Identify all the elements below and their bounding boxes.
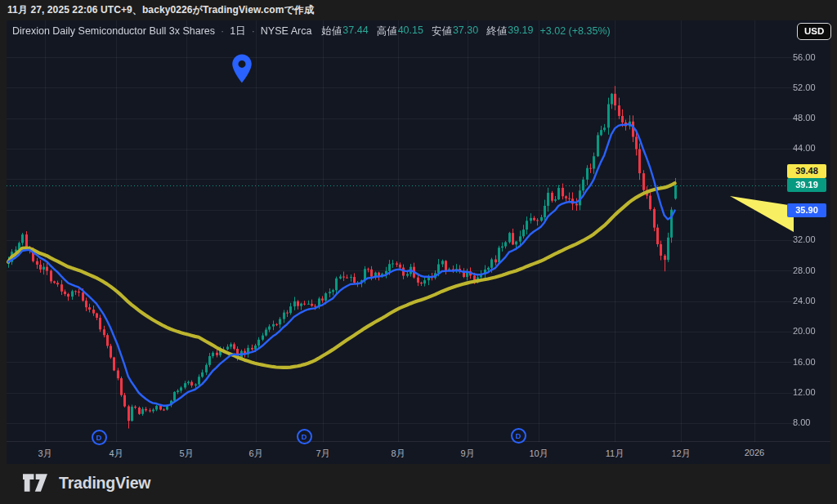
time-axis-label: 3月 [25, 448, 65, 460]
price-axis-label: 20.00 [793, 325, 834, 337]
ohlc-label: 始値 [321, 25, 342, 38]
price-axis-label: 28.00 [793, 265, 834, 277]
currency-toggle-button[interactable]: USD [797, 23, 831, 40]
ohlc-value: 40.15 [398, 25, 423, 38]
attribution-text: 11月 27, 2025 22:06 UTC+9、backy0226がTradi… [7, 3, 314, 17]
ohlc-value: 37.30 [453, 25, 478, 38]
chart-widget: Direxion Daily Semiconductor Bull 3x Sha… [7, 20, 830, 464]
price-axis-label: 32.00 [793, 234, 834, 246]
time-axis-label: 8月 [378, 448, 418, 460]
tradingview-snapshot: 11月 27, 2025 22:06 UTC+9、backy0226がTradi… [0, 0, 837, 504]
time-axis-label: 9月 [448, 448, 487, 460]
price-axis-label: 16.00 [793, 356, 834, 368]
price-axis-label: 24.00 [793, 295, 834, 307]
last-price-badge: 39.19 [787, 178, 826, 192]
chart-legend[interactable]: Direxion Daily Semiconductor Bull 3x Sha… [12, 24, 611, 38]
ohlc-label: 終値 [486, 25, 507, 38]
ohlc-value: 39.19 [508, 25, 533, 38]
tradingview-logo[interactable]: TradingView [23, 472, 150, 493]
time-axis-label: 12月 [661, 448, 700, 460]
tradingview-logo-icon [23, 472, 51, 493]
exchange-label: NYSE Arca [261, 25, 312, 37]
symbol-title[interactable]: Direxion Daily Semiconductor Bull 3x Sha… [12, 25, 215, 37]
map-pin-icon[interactable] [230, 53, 254, 84]
ohlc-item: 始値37.44 [321, 25, 368, 38]
ohlc-item: 安値37.30 [432, 25, 478, 38]
interval-label[interactable]: 1日 [230, 25, 245, 38]
time-axis-label: 2026 [735, 448, 774, 457]
dividend-marker[interactable]: D [92, 430, 107, 445]
time-axis-label: 5月 [167, 448, 206, 460]
time-axis-label: 6月 [236, 448, 275, 460]
price-axis-label: 48.00 [793, 112, 834, 124]
attribution-bar: 11月 27, 2025 22:06 UTC+9、backy0226がTradi… [0, 0, 837, 20]
price-axis-label: 56.00 [793, 51, 834, 64]
sma-value-badge: 39.48 [787, 164, 826, 178]
ohlc-label: 安値 [432, 25, 452, 38]
time-axis-label: 7月 [303, 448, 342, 460]
time-axis-label: 11月 [595, 448, 634, 460]
tradingview-logo-text: TradingView [59, 474, 150, 493]
change-value: +3.02 (+8.35%) [539, 25, 610, 37]
ohlc-label: 高値 [377, 25, 397, 38]
candlestick-chart-canvas[interactable] [7, 20, 830, 442]
ohlc-value: 37.44 [342, 25, 368, 38]
ohlc-item: 高値40.15 [377, 25, 423, 38]
price-axis-label: 8.00 [793, 417, 834, 429]
dividend-marker[interactable]: D [297, 429, 312, 444]
price-axis-label: 44.00 [793, 142, 834, 154]
ohlc-item: 終値39.19 [486, 25, 533, 38]
ohlc-values: 始値37.44高値40.15安値37.30終値39.19 [321, 25, 533, 38]
dividend-marker[interactable]: D [511, 428, 526, 444]
price-axis-label: 52.00 [793, 82, 834, 94]
legend-separator: · [220, 25, 225, 37]
time-axis-label: 4月 [96, 448, 136, 460]
price-axis-label: 12.00 [793, 386, 834, 399]
time-axis[interactable]: 3月4月5月6月7月8月9月10月11月12月2026 [7, 442, 783, 464]
legend-separator: · [251, 25, 256, 37]
time-axis-label: 10月 [519, 448, 558, 460]
ema-value-badge: 35.90 [787, 203, 826, 217]
